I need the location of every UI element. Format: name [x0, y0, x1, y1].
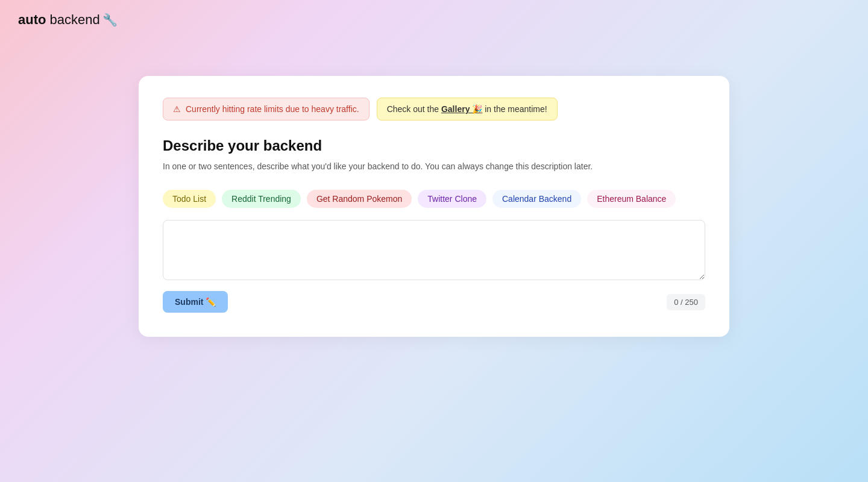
chip-get-random-pokemon[interactable]: Get Random Pokemon: [307, 190, 412, 208]
chip-twitter-clone[interactable]: Twitter Clone: [418, 190, 486, 208]
rate-limit-text: Currently hitting rate limits due to hea…: [186, 104, 359, 114]
description-textarea[interactable]: [163, 220, 705, 280]
gallery-banner: Check out the Gallery 🎉 in the meantime!: [377, 98, 558, 120]
gallery-prefix: Check out the: [387, 104, 441, 114]
card: ⚠ Currently hitting rate limits due to h…: [139, 76, 729, 337]
main-container: ⚠ Currently hitting rate limits due to h…: [0, 40, 868, 337]
gallery-suffix: in the meantime!: [482, 104, 547, 114]
gallery-link[interactable]: Gallery 🎉: [441, 104, 482, 114]
chip-todo-list[interactable]: Todo List: [163, 190, 216, 208]
wrench-icon: 🔧: [102, 13, 118, 27]
warning-icon: ⚠: [173, 104, 181, 114]
logo-normal: backend: [46, 12, 99, 27]
form-footer: Submit ✏️ 0 / 250: [163, 291, 705, 313]
page-title: Describe your backend: [163, 137, 705, 154]
chip-calendar-backend[interactable]: Calendar Backend: [492, 190, 581, 208]
chip-ethereum-balance[interactable]: Ethereum Balance: [587, 190, 676, 208]
logo: auto backend🔧: [18, 12, 850, 28]
submit-label: Submit ✏️: [175, 297, 216, 307]
chip-reddit-trending[interactable]: Reddit Trending: [222, 190, 301, 208]
header: auto backend🔧: [0, 0, 868, 40]
page-subtitle: In one or two sentences, describe what y…: [163, 160, 705, 173]
rate-limit-banner: ⚠ Currently hitting rate limits due to h…: [163, 98, 370, 120]
submit-button[interactable]: Submit ✏️: [163, 291, 228, 313]
chips-row: Todo List Reddit Trending Get Random Pok…: [163, 190, 705, 208]
logo-bold: auto: [18, 12, 46, 27]
char-counter: 0 / 250: [667, 294, 705, 310]
alert-row: ⚠ Currently hitting rate limits due to h…: [163, 98, 705, 120]
